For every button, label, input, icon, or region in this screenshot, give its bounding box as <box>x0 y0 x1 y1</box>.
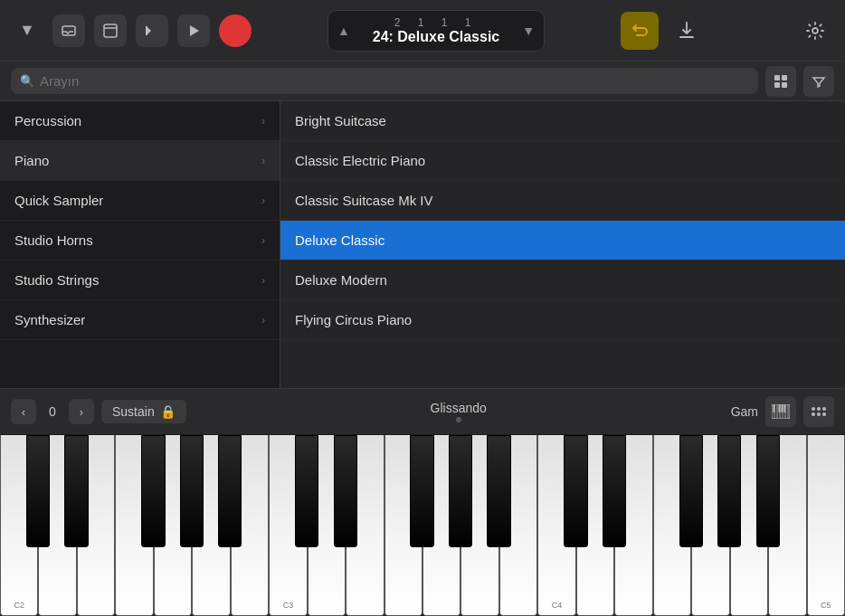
svg-point-23 <box>812 412 815 416</box>
chevron-icon: › <box>261 115 265 128</box>
rewind-button[interactable] <box>136 14 168 47</box>
play-button[interactable] <box>177 14 210 47</box>
black-key-11[interactable] <box>449 435 472 547</box>
loop-button[interactable] <box>621 12 659 50</box>
category-item-percussion[interactable]: Percussion› <box>0 101 280 141</box>
category-item-quick-sampler[interactable]: Quick Sampler› <box>0 181 280 221</box>
record-button[interactable] <box>219 14 252 47</box>
category-list: Percussion›Piano›Quick Sampler›Studio Ho… <box>0 101 280 388</box>
category-label: Studio Horns <box>14 232 93 248</box>
preset-item-classic-suitcase-mk-iv[interactable]: Classic Suitcase Mk IV <box>280 181 845 221</box>
glissando-control[interactable]: Glissando <box>194 401 724 422</box>
category-label: Studio Strings <box>14 272 99 288</box>
svg-point-24 <box>817 412 821 416</box>
search-input[interactable] <box>11 68 758 94</box>
dropdown-button[interactable]: ▼ <box>11 14 43 47</box>
black-key-1[interactable] <box>64 435 88 547</box>
search-bar: 🔍 <box>0 62 845 101</box>
content-area: Percussion›Piano›Quick Sampler›Studio Ho… <box>0 101 845 388</box>
chevron-icon: › <box>261 234 265 247</box>
black-key-19[interactable] <box>756 435 780 547</box>
settings-button[interactable] <box>796 12 834 50</box>
svg-rect-17 <box>779 404 781 412</box>
preset-item-deluxe-classic[interactable]: Deluxe Classic <box>280 221 845 261</box>
svg-point-20 <box>812 407 815 411</box>
filter-button[interactable] <box>803 66 834 97</box>
svg-point-25 <box>822 412 826 416</box>
preset-label: Bright Suitcase <box>295 113 386 128</box>
preset-label: Classic Electric Piano <box>295 153 425 168</box>
category-label: Quick Sampler <box>14 193 103 208</box>
scale-label: Gam <box>731 404 758 419</box>
svg-point-4 <box>812 28 818 33</box>
black-key-12[interactable] <box>487 435 510 547</box>
key-note-label: C5 <box>821 601 831 610</box>
transport-numbers: 2 1 1 1 <box>361 16 511 29</box>
sustain-control[interactable]: Sustain 🔒 <box>101 400 186 423</box>
chevron-icon: › <box>261 194 265 207</box>
key-note-label: C4 <box>552 601 563 610</box>
search-input-wrap: 🔍 <box>11 68 758 94</box>
category-item-studio-horns[interactable]: Studio Horns› <box>0 221 280 261</box>
chevron-icon: › <box>261 314 265 327</box>
grid-view-button[interactable] <box>765 66 796 97</box>
toolbar: ▼ ▲ 2 1 1 1 24: Deluxe Classic ▼ <box>0 0 845 62</box>
tuner-button[interactable] <box>668 12 706 50</box>
preset-label: Deluxe Classic <box>295 232 385 248</box>
black-key-17[interactable] <box>679 435 703 547</box>
preset-item-classic-electric-piano[interactable]: Classic Electric Piano <box>280 141 845 181</box>
transport-name: 24: Deluxe Classic <box>361 29 511 45</box>
category-label: Piano <box>14 153 49 168</box>
svg-rect-1 <box>104 24 117 37</box>
key-note-label: C2 <box>14 601 24 610</box>
black-key-7[interactable] <box>295 435 318 547</box>
preset-label: Classic Suitcase Mk IV <box>295 193 433 208</box>
lock-icon: 🔒 <box>160 404 176 419</box>
piano-keyboard[interactable]: C2C3C4C5 <box>0 435 845 616</box>
black-key-3[interactable] <box>141 435 165 547</box>
black-key-0[interactable] <box>26 435 50 547</box>
category-item-piano[interactable]: Piano› <box>0 141 280 181</box>
chevron-icon: › <box>261 274 265 287</box>
keyboard-right-controls: Gam <box>731 396 834 427</box>
category-item-synthesizer[interactable]: Synthesizer› <box>0 300 280 340</box>
black-key-10[interactable] <box>410 435 433 547</box>
glissando-indicator <box>456 417 461 422</box>
transport-next-icon[interactable]: ▼ <box>522 24 535 38</box>
preset-item-flying-circus-piano[interactable]: Flying Circus Piano <box>280 300 845 340</box>
piano-keyboard-icon-btn[interactable] <box>765 396 796 427</box>
keyboard-controls: ‹ 0 › Sustain 🔒 Glissando Gam <box>0 388 845 435</box>
preset-item-bright-suitcase[interactable]: Bright Suitcase <box>280 101 845 141</box>
chevron-icon: › <box>261 155 265 167</box>
black-key-5[interactable] <box>218 435 242 547</box>
svg-rect-0 <box>62 26 75 35</box>
octave-next-button[interactable]: › <box>69 399 94 424</box>
svg-rect-5 <box>774 75 780 81</box>
category-item-studio-strings[interactable]: Studio Strings› <box>0 261 280 300</box>
svg-rect-8 <box>782 82 787 88</box>
svg-point-21 <box>817 407 821 411</box>
black-key-18[interactable] <box>717 435 741 547</box>
svg-rect-19 <box>784 404 786 412</box>
black-key-14[interactable] <box>564 435 587 547</box>
svg-rect-16 <box>774 404 775 412</box>
preset-label: Flying Circus Piano <box>295 312 412 327</box>
svg-rect-6 <box>782 75 787 81</box>
svg-rect-18 <box>782 404 783 412</box>
category-label: Percussion <box>14 113 81 128</box>
key-note-label: C3 <box>283 601 294 610</box>
toolbar-right <box>621 12 834 50</box>
inbox-button[interactable] <box>52 14 85 47</box>
sustain-label: Sustain <box>112 404 155 419</box>
black-key-15[interactable] <box>603 435 626 547</box>
black-key-4[interactable] <box>180 435 204 547</box>
white-key-C5[interactable]: C5 <box>807 435 845 616</box>
transport-prev-icon[interactable]: ▲ <box>337 24 350 38</box>
preset-item-deluxe-modern[interactable]: Deluxe Modern <box>280 261 845 300</box>
octave-prev-button[interactable]: ‹ <box>11 399 36 424</box>
glissando-label: Glissando <box>431 401 487 415</box>
window-button[interactable] <box>94 14 127 47</box>
black-key-8[interactable] <box>334 435 357 547</box>
octave-display: 0 <box>43 404 62 419</box>
dots-icon-btn[interactable] <box>803 396 834 427</box>
